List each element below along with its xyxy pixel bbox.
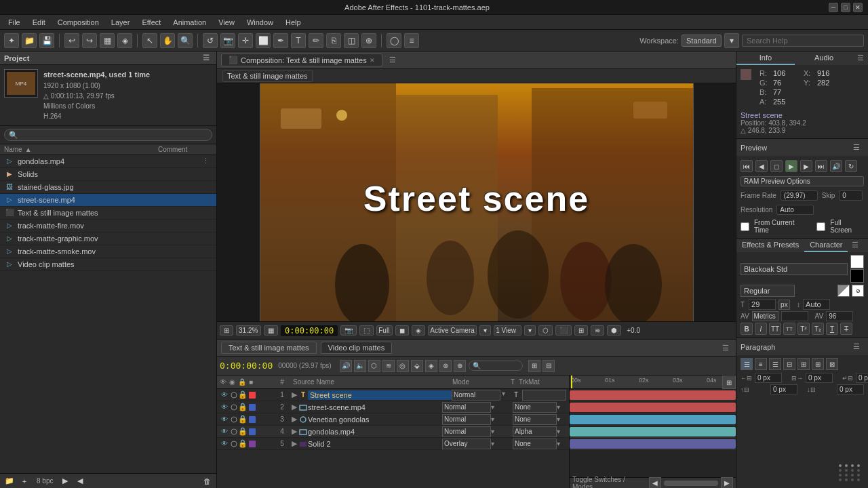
gradient-swatch[interactable] [837, 285, 850, 297]
color-swatch[interactable] [741, 69, 751, 80]
layer-5-trkmat[interactable]: None [513, 439, 557, 449]
zoom-select[interactable]: 31.2% 50% 100% [236, 325, 261, 336]
layer-5-eye[interactable]: 👁 [220, 439, 229, 449]
transparent-swatch[interactable]: ⊘ [852, 285, 864, 297]
resolution-select[interactable]: Auto Full Half [776, 205, 814, 215]
project-panel-menu-btn[interactable]: ☰ [200, 54, 212, 62]
layer-1-expand[interactable]: ▶ [290, 391, 298, 399]
layer-3-trkmat[interactable]: None [513, 414, 557, 425]
snap-button[interactable]: ⊞ [574, 325, 588, 336]
clone-tool[interactable]: ⎘ [326, 33, 341, 48]
camera-tool[interactable]: 📷 [220, 33, 235, 48]
audio-btn[interactable]: 🔊 [830, 160, 842, 172]
layer-2-trkmat-arrow[interactable]: ▾ [557, 403, 566, 411]
layer-2-solo[interactable] [230, 403, 238, 411]
layer-4-trkmat-arrow[interactable]: ▾ [557, 428, 566, 435]
undo-button[interactable]: ↩ [64, 33, 79, 48]
new-composition-button[interactable]: ✦ [4, 33, 19, 48]
text-tool[interactable]: T [291, 33, 306, 48]
menu-composition[interactable]: Composition [52, 17, 104, 28]
menu-help[interactable]: Help [280, 17, 307, 28]
timeline-ctrl-btn-9[interactable]: ⊕ [454, 360, 466, 372]
preview-button[interactable]: ◈ [117, 33, 132, 48]
layer-2-mode[interactable]: Normal [442, 402, 491, 413]
effects-menu-btn[interactable]: ☰ [848, 239, 863, 252]
underline-btn[interactable]: T [826, 323, 838, 335]
hand-tool[interactable]: ✋ [160, 33, 175, 48]
render-button[interactable]: ▦ [100, 33, 115, 48]
strikethrough-btn[interactable]: T [840, 323, 852, 335]
layer-5-mode[interactable]: Overlay Normal [442, 439, 491, 449]
resolution-button[interactable]: ▦ [264, 325, 278, 336]
timeline-timecode[interactable]: 0:00:00:00 [220, 361, 273, 371]
delete-button[interactable]: 🗑 [201, 476, 212, 487]
eraser-tool[interactable]: ◫ [344, 33, 359, 48]
justify-all-btn[interactable]: ⊠ [826, 358, 838, 370]
list-item-selected[interactable]: ▷ street-scene.mp4 [0, 194, 216, 207]
play-btn[interactable]: ▶ [785, 160, 797, 172]
list-item[interactable]: ⬛ Text & still image mattes [0, 207, 216, 220]
layer-5-lock[interactable]: 🔒 [239, 440, 247, 448]
layer-4-lock[interactable]: 🔒 [239, 428, 247, 436]
mask-button[interactable]: ◈ [412, 325, 425, 336]
layer-4-expand[interactable]: ▶ [290, 428, 298, 436]
layer-1-solo[interactable] [230, 391, 238, 399]
menu-file[interactable]: File [3, 17, 26, 28]
list-item[interactable]: ▷ track-matte-graphic.mov [0, 232, 216, 245]
track-bar-5[interactable] [570, 439, 736, 449]
font-name-select[interactable]: Blackoak Std [741, 263, 848, 275]
col-name-header[interactable]: Name ▲ [4, 146, 158, 153]
playhead[interactable] [571, 375, 572, 388]
layer-5-expand[interactable]: ▶ [290, 440, 298, 448]
justify-right-btn[interactable]: ⊞ [812, 358, 824, 370]
framerate-select[interactable]: (29.97) [781, 190, 818, 201]
layer-1-lock[interactable]: 🔒 [239, 391, 247, 399]
3d-mode-button[interactable]: ⬢ [607, 325, 621, 336]
margin-after-input[interactable] [837, 384, 864, 394]
track-bar-3[interactable] [570, 415, 736, 424]
menu-view[interactable]: View [213, 17, 240, 28]
font-unit-select[interactable]: px pt [778, 300, 790, 310]
layer-4-name[interactable]: gondolas.mp4 [308, 428, 442, 436]
preview-menu-btn[interactable]: ☰ [849, 141, 864, 154]
layer-4-mode[interactable]: Normal [442, 426, 491, 437]
align-left-btn[interactable]: ☰ [741, 358, 753, 370]
new-folder-button[interactable]: 📁 [4, 476, 15, 487]
layer-search-input[interactable] [469, 361, 523, 371]
new-comp-button[interactable]: + [19, 476, 30, 487]
justify-center-btn[interactable]: ⊞ [797, 358, 810, 370]
timeline-ctrl-btn-5[interactable]: ◎ [397, 360, 409, 372]
pan-tool[interactable]: ✛ [238, 33, 253, 48]
expand-tracks-btn[interactable]: ⊞ [722, 375, 736, 389]
camera-select[interactable]: Active Camera [428, 325, 477, 336]
select-tool[interactable]: ↖ [142, 33, 157, 48]
margin-before-input[interactable] [770, 384, 797, 394]
switches-btn[interactable]: ⊞ [528, 360, 540, 372]
toggle-switches-label[interactable]: Toggle Switches / Modes [572, 476, 646, 489]
timeline-scrollbar[interactable] [664, 481, 718, 486]
layer-1-eye[interactable]: 👁 [220, 390, 229, 400]
mask-tool[interactable]: ⬜ [256, 33, 271, 48]
font-size-input[interactable] [749, 299, 776, 310]
tracking-input[interactable] [826, 311, 853, 321]
indent-left-input[interactable] [755, 373, 782, 383]
rotate-tool[interactable]: ↺ [203, 33, 218, 48]
view-down-btn[interactable]: ▾ [524, 325, 536, 336]
align-center-btn[interactable]: ≡ [755, 358, 767, 370]
from-current-checkbox[interactable] [741, 222, 749, 231]
layer-3-solo[interactable] [230, 415, 238, 424]
pixel-button[interactable]: ⬛ [555, 325, 572, 336]
save-button[interactable]: 💾 [39, 33, 54, 48]
layer-2-lock[interactable]: 🔒 [239, 403, 247, 411]
timeline-tab-2[interactable]: Video clip mattes [321, 342, 393, 354]
layer-3-mode[interactable]: Normal [442, 414, 491, 425]
menu-effect[interactable]: Effect [136, 17, 166, 28]
zoom-tool[interactable]: 🔍 [178, 33, 193, 48]
render-queue-button[interactable]: ▶ [60, 476, 71, 487]
kerning-input[interactable] [781, 311, 808, 321]
justify-btn[interactable]: ⊟ [783, 358, 795, 370]
small-caps-btn[interactable]: TT [783, 323, 795, 335]
paragraph-menu-btn[interactable]: ☰ [849, 340, 864, 353]
camera-down-btn[interactable]: ▾ [479, 325, 491, 336]
go-to-start-btn[interactable]: ⏮ [741, 160, 753, 172]
